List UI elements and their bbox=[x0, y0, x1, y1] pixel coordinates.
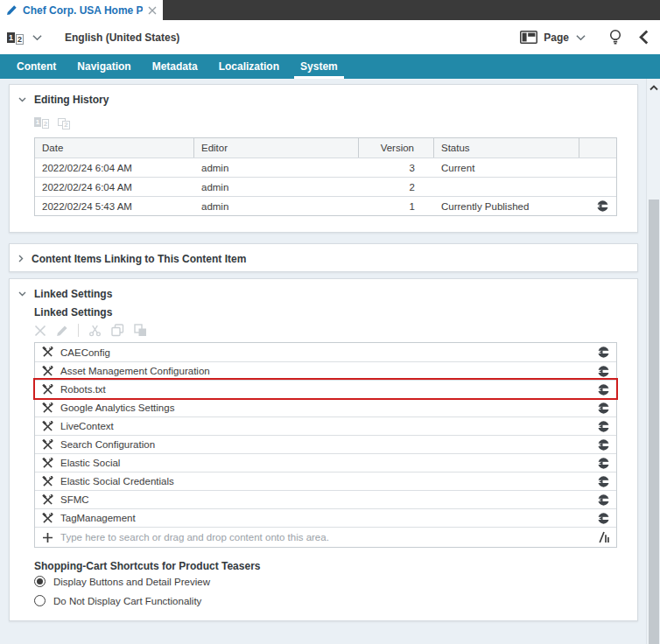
radio-no-cart[interactable]: Do Not Display Cart Functionality bbox=[34, 595, 201, 606]
chevron-right-icon bbox=[18, 255, 24, 262]
publication-state-icon bbox=[597, 200, 608, 212]
settings-tools-icon bbox=[42, 439, 53, 451]
column-header-date[interactable]: Date bbox=[35, 138, 194, 158]
list-item[interactable]: Asset Management Configuration bbox=[35, 361, 616, 380]
column-header-version[interactable]: Version bbox=[359, 138, 434, 158]
form-tab-bar: Content Navigation Metadata Localization… bbox=[0, 54, 660, 79]
list-item-highlighted[interactable]: Robots.txt bbox=[35, 380, 616, 398]
list-item-label: LiveContext bbox=[60, 421, 114, 431]
list-item-label: Asset Management Configuration bbox=[60, 366, 210, 376]
list-item-label: Google Analytics Settings bbox=[60, 402, 174, 413]
list-item[interactable]: LiveContext bbox=[35, 416, 616, 435]
list-item[interactable]: Search Configuration bbox=[35, 435, 616, 453]
publication-state-icon bbox=[598, 513, 609, 524]
edit-pencil-icon bbox=[6, 4, 18, 16]
cell-date: 2022/02/24 6:04 AM bbox=[35, 178, 194, 196]
radio-display-buttons[interactable]: Display Buttons and Detail Preview bbox=[34, 576, 210, 587]
settings-tools-icon bbox=[42, 458, 53, 469]
list-item[interactable]: Elastic Social Credentials bbox=[35, 472, 616, 490]
editing-history-header[interactable]: Editing History bbox=[10, 85, 637, 106]
linked-settings-list: CAEConfig Asset Management Configuration… bbox=[34, 342, 617, 548]
section-title: Content Items Linking to This Content It… bbox=[32, 253, 246, 265]
chevron-down-icon[interactable] bbox=[32, 34, 42, 41]
multisite-locale-icon: 1 2 bbox=[7, 32, 24, 43]
document-tab[interactable]: Chef Corp. USA Home P… bbox=[0, 0, 163, 20]
section-title: Linked Settings bbox=[34, 288, 112, 300]
content-search-input[interactable] bbox=[60, 532, 591, 542]
content-drop-area bbox=[35, 527, 616, 547]
list-item-label: SFMC bbox=[60, 494, 89, 505]
tab-navigation[interactable]: Navigation bbox=[71, 54, 137, 79]
locale-switcher[interactable]: 1 2 bbox=[7, 32, 42, 43]
lightbulb-icon[interactable] bbox=[608, 29, 622, 46]
list-item[interactable]: SFMC bbox=[35, 490, 616, 508]
table-row[interactable]: 2022/02/24 5:43 AM admin 1 Currently Pub… bbox=[35, 196, 616, 215]
add-plus-icon bbox=[42, 532, 53, 543]
column-header-status[interactable]: Status bbox=[434, 138, 579, 158]
tab-localization[interactable]: Localization bbox=[213, 54, 285, 79]
radio-label: Do Not Display Cart Functionality bbox=[53, 596, 201, 606]
tab-metadata[interactable]: Metadata bbox=[146, 54, 204, 79]
settings-tools-icon bbox=[42, 421, 53, 432]
linking-items-header[interactable]: Content Items Linking to This Content It… bbox=[10, 244, 637, 273]
list-item[interactable]: TagManagement bbox=[35, 508, 616, 527]
list-item-label: CAEConfig bbox=[60, 347, 110, 358]
collapse-panel-chevron-icon[interactable] bbox=[638, 30, 649, 45]
list-item[interactable]: Google Analytics Settings bbox=[35, 398, 616, 416]
page-layout-icon[interactable] bbox=[520, 31, 537, 44]
scrollbar-thumb[interactable] bbox=[649, 200, 659, 644]
settings-tools-icon bbox=[42, 384, 53, 396]
list-item-label: Elastic Social Credentials bbox=[60, 476, 174, 486]
publication-state-icon bbox=[598, 458, 609, 469]
list-item-label: Elastic Social bbox=[60, 458, 120, 468]
publication-state-icon bbox=[598, 346, 609, 358]
form-content-area: Editing History 1 2 2 Date Editor Versio… bbox=[0, 79, 660, 644]
compare-versions-icon[interactable]: 1 2 bbox=[34, 117, 49, 127]
radio-selected-icon[interactable] bbox=[34, 576, 46, 587]
view-mode-chevron-icon[interactable] bbox=[576, 34, 586, 41]
settings-tools-icon bbox=[42, 513, 53, 524]
settings-tools-icon bbox=[42, 402, 53, 414]
close-tab-icon[interactable] bbox=[148, 6, 157, 15]
table-header-row: Date Editor Version Status bbox=[35, 138, 616, 158]
list-filter-icon[interactable] bbox=[598, 531, 609, 543]
studio-window: { "titlebar": { "document_title": "Chef … bbox=[0, 0, 660, 644]
cell-version: 2 bbox=[359, 178, 434, 196]
paste-icon[interactable] bbox=[134, 324, 147, 337]
cell-version: 3 bbox=[359, 158, 434, 177]
vertical-scrollbar[interactable] bbox=[646, 79, 660, 644]
tab-system[interactable]: System bbox=[294, 54, 344, 79]
cell-status bbox=[434, 178, 579, 196]
table-row[interactable]: 2022/02/24 6:04 AM admin 3 Current bbox=[35, 158, 616, 177]
publication-state-icon bbox=[598, 366, 609, 377]
shopping-cart-shortcuts-label: Shopping-Cart Shortcuts for Product Teas… bbox=[34, 560, 260, 572]
copy-icon[interactable] bbox=[111, 324, 124, 337]
settings-tools-icon bbox=[42, 346, 53, 358]
edit-pencil-icon[interactable] bbox=[56, 325, 68, 337]
editor-toolbar: 1 2 English (United States) Page bbox=[0, 20, 660, 54]
chevron-down-icon bbox=[18, 97, 26, 102]
radio-unselected-icon[interactable] bbox=[34, 595, 46, 606]
list-item[interactable]: CAEConfig bbox=[35, 343, 616, 361]
linked-settings-field-label: Linked Settings bbox=[34, 306, 112, 318]
list-item-label: TagManagement bbox=[60, 513, 136, 523]
view-mode-label: Page bbox=[544, 32, 569, 44]
editing-history-panel: Editing History 1 2 2 Date Editor Versio… bbox=[9, 84, 638, 233]
remove-icon[interactable] bbox=[34, 325, 46, 337]
locale-label: English (United States) bbox=[65, 32, 179, 44]
toolbar-divider bbox=[78, 324, 79, 337]
column-header-editor[interactable]: Editor bbox=[194, 138, 359, 158]
section-title: Editing History bbox=[34, 94, 109, 106]
cut-scissors-icon[interactable] bbox=[88, 324, 102, 337]
list-item-label: Robots.txt bbox=[60, 384, 106, 395]
cell-status: Current bbox=[434, 158, 579, 177]
publication-state-icon bbox=[598, 402, 609, 414]
linked-settings-header[interactable]: Linked Settings bbox=[10, 279, 637, 300]
compare-in-tab-icon[interactable]: 2 bbox=[58, 118, 70, 127]
tab-content[interactable]: Content bbox=[11, 54, 62, 79]
list-item[interactable]: Elastic Social bbox=[35, 453, 616, 472]
table-row[interactable]: 2022/02/24 6:04 AM admin 2 bbox=[35, 177, 616, 196]
cell-date: 2022/02/24 5:43 AM bbox=[35, 197, 194, 215]
scroll-up-arrow-icon[interactable] bbox=[649, 85, 658, 91]
linked-settings-toolbar bbox=[34, 324, 147, 337]
